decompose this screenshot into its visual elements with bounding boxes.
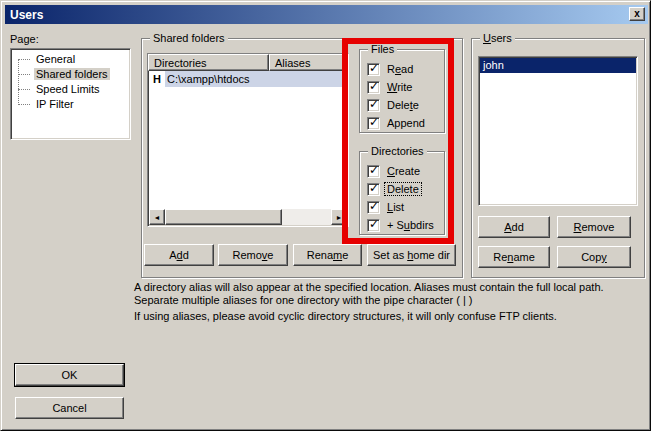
checkbox-append[interactable]: ✓ Append [367,116,427,130]
checkbox-create[interactable]: ✓ Create [367,164,422,178]
check-icon: ✓ [369,115,379,129]
page-item-shared-folders[interactable]: Shared folders [11,67,130,82]
users-listbox[interactable]: john [478,56,638,206]
rename-user-button[interactable]: Rename [478,246,550,268]
copy-user-button[interactable]: Copy [557,246,631,268]
check-icon: ✓ [369,163,379,177]
list-item-user-john[interactable]: john [480,58,636,73]
checkbox-box: ✓ [367,183,380,196]
page-item-speed-limits[interactable]: Speed Limits [11,82,130,97]
page-tree: General Shared folders Speed Limits IP F… [10,48,131,140]
page-item-general[interactable]: General [11,52,130,67]
page-item-ip-filter[interactable]: IP Filter [11,97,130,112]
add-folder-button[interactable]: Add [144,244,214,266]
alias-note-2: If using aliases, please avoid cyclic di… [134,310,646,323]
checkbox-box: ✓ [367,201,380,214]
table-row[interactable]: H C:\xampp\htdocs [148,71,348,87]
check-icon: ✓ [369,97,379,111]
titlebar[interactable]: Users x [5,5,648,24]
horizontal-scrollbar[interactable]: ◄ ► [149,209,347,225]
alias-notes: A directory alias will also appear at th… [134,281,646,323]
checkbox-list[interactable]: ✓ List [367,200,406,214]
scrollbar-thumb[interactable] [165,209,282,225]
checkbox-write[interactable]: ✓ Write [367,80,414,94]
checkbox-box: ✓ [367,117,380,130]
checkbox-delete-files[interactable]: ✓ Delete [367,98,421,112]
checkbox-box: ✓ [367,63,380,76]
checkbox-box: ✓ [367,81,380,94]
check-icon: ✓ [369,79,379,93]
window-title: Users [5,8,43,22]
cancel-button[interactable]: Cancel [15,397,124,419]
check-icon: ✓ [369,199,379,213]
page-label: Page: [10,33,39,45]
directories-legend: Directories [368,145,427,158]
set-as-home-dir-button[interactable]: Set as home dir [367,244,456,266]
add-user-button[interactable]: Add [478,216,550,238]
checkbox-read[interactable]: ✓ Read [367,62,415,76]
shared-folders-legend: Shared folders [150,32,228,45]
column-header-aliases[interactable]: Aliases [269,54,348,71]
column-header-directories[interactable]: Directories [148,54,269,71]
remove-user-button[interactable]: Remove [557,216,631,238]
check-icon: ✓ [369,61,379,75]
files-legend: Files [368,43,397,56]
checkbox-box: ✓ [367,165,380,178]
remove-folder-button[interactable]: Remove [218,244,288,266]
listview-header: Directories Aliases [148,54,348,71]
ok-button[interactable]: OK [15,364,124,386]
checkbox-box: ✓ [367,99,380,112]
scroll-right-icon[interactable]: ► [331,209,347,225]
checkbox-subdirs[interactable]: ✓ + Subdirs [367,218,436,232]
users-dialog: Users x Page: General Shared folders Spe… [0,0,651,431]
home-flag: H [148,71,165,87]
directory-cell[interactable]: C:\xampp\htdocs [165,71,348,87]
check-icon: ✓ [369,181,379,195]
rename-folder-button[interactable]: Rename [293,244,362,266]
checkbox-box: ✓ [367,219,380,232]
checkbox-delete-dirs[interactable]: ✓ Delete [367,182,421,196]
check-icon: ✓ [369,217,379,231]
alias-note-1: A directory alias will also appear at th… [134,281,646,307]
scroll-left-icon[interactable]: ◄ [149,209,165,225]
close-icon[interactable]: x [629,7,645,21]
directories-listview[interactable]: Directories Aliases H C:\xampp\htdocs ◄ … [147,53,349,227]
users-legend: Users [480,32,515,45]
